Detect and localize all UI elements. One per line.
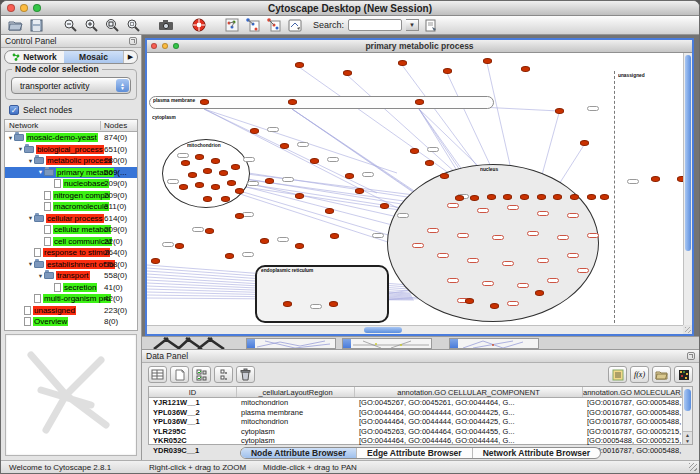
tree-row-cellular-process[interactable]: ▼cellular process614(0) (5, 213, 137, 225)
gene-node[interactable] (470, 195, 479, 201)
gene-node[interactable] (553, 194, 562, 200)
gene-node[interactable] (211, 158, 220, 164)
vertical-scrollbar[interactable] (683, 53, 692, 325)
gene-node[interactable] (443, 68, 452, 74)
gene-node[interactable] (203, 168, 212, 174)
expand-icon[interactable]: ▼ (37, 273, 44, 279)
window-resize-grip[interactable] (689, 463, 697, 471)
tab-network[interactable]: Network (5, 51, 64, 63)
gene-node[interactable] (425, 160, 434, 166)
gene-node[interactable] (295, 62, 304, 68)
gene-node[interactable] (235, 188, 244, 194)
network-window-titlebar[interactable]: primary metabolic process (147, 40, 692, 53)
gene-node[interactable] (179, 184, 188, 190)
tab-mosaic[interactable]: Mosaic (64, 51, 123, 63)
expand-icon[interactable]: ▼ (7, 135, 14, 141)
gene-node[interactable] (310, 158, 319, 164)
tree-row-primary-metabo[interactable]: ▼primary metabo209(... (5, 167, 137, 179)
session-edit-icon[interactable] (423, 17, 440, 33)
gene-node[interactable] (235, 213, 244, 219)
tab-network-attribute-browser[interactable]: Network Attribute Browser (473, 448, 600, 458)
tree-row-establishment-of-lo[interactable]: ▼establishment of lo558(0) (5, 259, 137, 271)
gene-node[interactable] (587, 194, 596, 200)
zoom-in-icon[interactable] (82, 17, 99, 33)
gene-node[interactable] (455, 195, 464, 201)
gene-node[interactable] (355, 188, 364, 194)
attribute-options-icon[interactable] (214, 366, 233, 383)
maximize-icon[interactable] (173, 43, 179, 49)
tree-row-multi-organism-pro[interactable]: multi-organism pro42(0) (5, 293, 137, 305)
import-folder-icon[interactable] (652, 366, 671, 383)
gene-node[interactable] (211, 184, 220, 190)
table-row[interactable]: YPL036W__1mitochondrion[GO:0044464, GO:0… (149, 417, 682, 427)
gene-node[interactable] (410, 148, 419, 154)
tree-row-cellular-metabol[interactable]: cellular metabol209(0) (5, 224, 137, 236)
tree-row-mosaic-demo-yeast[interactable]: ▼mosaic-demo-yeast874(0) (5, 132, 137, 144)
minimized-window-thumbnail[interactable] (342, 338, 432, 349)
delete-attribute-trash-icon[interactable] (236, 366, 255, 383)
gene-node[interactable] (288, 99, 297, 105)
gene-node[interactable] (225, 253, 234, 259)
new-attribute-icon[interactable] (170, 366, 189, 383)
formula-icon[interactable]: f(x) (630, 366, 649, 383)
gene-node[interactable] (580, 140, 589, 146)
gene-node[interactable] (221, 196, 230, 202)
gene-node[interactable] (195, 154, 204, 160)
gene-node[interactable] (440, 173, 449, 179)
zoom-selected-icon[interactable] (124, 17, 141, 33)
search-dropdown-icon[interactable]: ▼ (406, 19, 419, 31)
zoom-out-icon[interactable] (61, 17, 78, 33)
gene-node[interactable] (398, 60, 407, 66)
gene-node[interactable] (343, 70, 352, 76)
gene-node[interactable] (570, 194, 579, 200)
window-titlebar[interactable]: Cytoscape Desktop (New Session) (1, 1, 699, 16)
select-attributes-icon[interactable] (192, 366, 211, 383)
table-scrollbar[interactable]: ▲▼ (682, 387, 692, 444)
float-panel-icon[interactable] (129, 37, 137, 45)
gene-node[interactable] (380, 203, 389, 209)
gene-node[interactable] (295, 243, 304, 249)
gene-node[interactable] (600, 194, 609, 200)
zoom-fit-icon[interactable] (103, 17, 120, 33)
birds-eye-view[interactable] (5, 334, 137, 456)
tree-row-overview[interactable]: Overview8(0) (5, 316, 137, 328)
gene-node[interactable] (521, 66, 530, 72)
gene-node[interactable] (295, 193, 304, 199)
gene-node[interactable] (415, 99, 424, 105)
gene-node[interactable] (181, 160, 190, 166)
network-canvas[interactable]: plasma membrane cytoplasm mitochondrion … (147, 53, 683, 325)
layout-nodes-icon[interactable] (244, 17, 261, 33)
snapshot-camera-icon[interactable] (157, 17, 174, 33)
float-panel-icon[interactable] (687, 352, 695, 360)
expand-icon[interactable]: ▼ (37, 169, 44, 175)
gene-node[interactable] (503, 194, 512, 200)
tree-row-cell-communicat[interactable]: cell communicat22(0) (5, 236, 137, 248)
gene-node[interactable] (325, 208, 334, 214)
table-row[interactable]: YJR121W__1mitochondrion[GO:0045267, GO:0… (149, 398, 682, 408)
expand-icon[interactable]: ▼ (27, 261, 34, 267)
overview-icon[interactable] (223, 17, 240, 33)
gene-node[interactable] (345, 173, 354, 179)
gene-node[interactable] (205, 228, 214, 234)
close-icon[interactable] (7, 4, 15, 12)
gene-node[interactable] (555, 108, 564, 114)
minimize-icon[interactable] (162, 43, 168, 49)
expand-icon[interactable]: ▼ (27, 215, 34, 221)
expand-icon[interactable]: ▼ (27, 158, 34, 164)
horizontal-scrollbar[interactable] (147, 325, 683, 334)
attribute-grid-icon[interactable] (148, 366, 167, 383)
attribute-list-icon[interactable] (608, 366, 627, 383)
gene-node[interactable] (483, 58, 492, 64)
gene-node[interactable] (283, 301, 292, 307)
tree-row-response-to-stimul[interactable]: response to stimul264(0) (5, 247, 137, 259)
tree-row-nitrogen-compo[interactable]: nitrogen compo209(0) (5, 190, 137, 202)
minimized-window-thumbnail[interactable] (246, 338, 336, 349)
open-icon[interactable] (7, 17, 24, 33)
tab-edge-attribute-browser[interactable]: Edge Attribute Browser (357, 448, 473, 458)
minimized-window-thumbnail[interactable] (449, 338, 539, 349)
gene-node[interactable] (487, 194, 496, 200)
annotation-icon[interactable] (286, 17, 303, 33)
gene-node[interactable] (490, 303, 499, 309)
gene-node[interactable] (520, 194, 529, 200)
minimized-overview-thumbnail[interactable] (150, 337, 242, 349)
